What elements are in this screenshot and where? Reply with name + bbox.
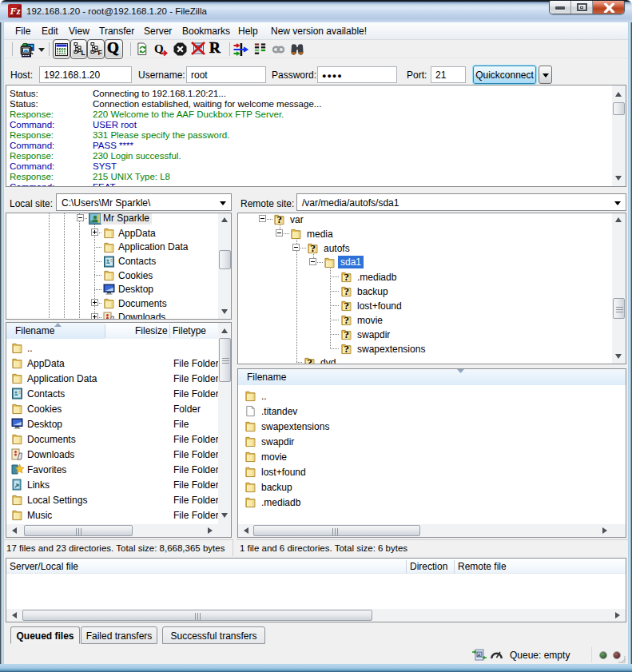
svg-text:Fz: Fz [10,6,21,17]
svg-text:A: A [477,653,481,658]
svg-text:F: F [98,49,102,56]
svg-text:L: L [81,49,85,56]
